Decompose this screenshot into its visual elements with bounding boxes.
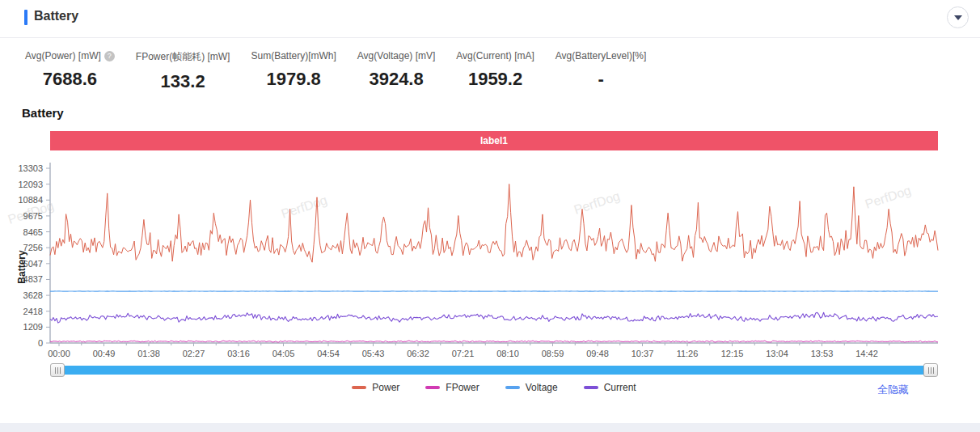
svg-text:8465: 8465 <box>23 227 43 237</box>
legend-item-power[interactable]: Power <box>352 382 399 393</box>
scrollbar-right-handle[interactable] <box>923 363 938 377</box>
svg-text:00:00: 00:00 <box>48 349 70 358</box>
stat-value: 3924.8 <box>357 69 436 90</box>
legend-label: Voltage <box>526 382 558 393</box>
svg-text:PerfDog: PerfDog <box>280 193 329 221</box>
fpower-legend-dash <box>425 386 440 389</box>
legend-label: Current <box>604 382 636 393</box>
panel-title: Battery <box>34 9 78 23</box>
line-chart[interactable]: PerfDogPerfDogPerfDogPerfDog133031209310… <box>0 158 980 360</box>
stats-row: Avg(Power) [mW] ? 7688.6 FPower(帧能耗) [mW… <box>0 38 980 92</box>
stat-label: Avg(Current) [mA] <box>456 50 534 61</box>
svg-text:05:43: 05:43 <box>362 349 385 358</box>
svg-text:13:04: 13:04 <box>766 349 788 358</box>
voltage-legend-dash <box>505 386 520 389</box>
legend-item-voltage[interactable]: Voltage <box>505 382 558 393</box>
chart-scrollbar[interactable] <box>0 363 980 378</box>
svg-text:13:53: 13:53 <box>811 349 834 358</box>
stat-avg-voltage: Avg(Voltage) [mV] 3924.8 <box>357 50 436 92</box>
svg-text:0: 0 <box>38 338 43 348</box>
legend-label: Power <box>372 382 399 393</box>
battery-panel: Battery Avg(Power) [mW] ? 7688.6 FPower(… <box>0 0 980 432</box>
chevron-down-icon <box>954 15 962 20</box>
stat-avg-power: Avg(Power) [mW] ? 7688.6 <box>25 50 115 92</box>
svg-text:10:37: 10:37 <box>632 349 654 358</box>
legend-row: Power FPower Voltage Current 全隐藏 <box>0 382 980 398</box>
svg-text:12:15: 12:15 <box>721 349 744 358</box>
stat-fpower: FPower(帧能耗) [mW] 133.2 <box>136 50 230 92</box>
svg-text:02:27: 02:27 <box>183 349 205 358</box>
stat-sum-battery: Sum(Battery)[mWh] 1979.8 <box>251 50 336 92</box>
svg-text:08:59: 08:59 <box>542 349 564 358</box>
chart-label-bar: label1 <box>50 131 938 150</box>
power-legend-dash <box>352 386 366 389</box>
svg-text:08:10: 08:10 <box>496 349 519 358</box>
svg-text:00:49: 00:49 <box>93 349 116 358</box>
svg-text:PerfDog: PerfDog <box>572 189 622 217</box>
svg-text:2418: 2418 <box>23 307 43 316</box>
svg-text:PerfDog: PerfDog <box>864 184 913 211</box>
stat-value: 1959.2 <box>456 69 534 90</box>
stat-value: - <box>555 69 647 90</box>
stat-avg-battery-level: Avg(BatteryLevel)[%] - <box>555 50 647 92</box>
svg-text:Battery: Battery <box>16 250 27 284</box>
chart-legend: Power FPower Voltage Current <box>50 382 938 393</box>
svg-text:11:26: 11:26 <box>677 349 699 358</box>
panel-header: Battery <box>0 0 980 38</box>
svg-text:13303: 13303 <box>18 163 43 173</box>
stat-value: 133.2 <box>136 71 230 92</box>
svg-text:07:21: 07:21 <box>452 349 475 358</box>
svg-text:10884: 10884 <box>18 195 43 205</box>
collapse-button[interactable] <box>947 6 969 28</box>
stat-label: Avg(Power) [mW] ? <box>25 50 115 61</box>
svg-text:1209: 1209 <box>23 322 43 332</box>
svg-text:06:32: 06:32 <box>407 349 429 358</box>
scrollbar-track[interactable] <box>50 366 938 375</box>
help-icon[interactable]: ? <box>104 51 115 61</box>
scrollbar-left-handle[interactable] <box>50 363 65 377</box>
svg-text:9675: 9675 <box>23 211 43 221</box>
svg-text:3628: 3628 <box>23 290 43 300</box>
stat-value: 7688.6 <box>25 69 115 90</box>
accent-bar <box>24 10 27 25</box>
stat-value: 1979.8 <box>251 69 336 90</box>
svg-text:14:42: 14:42 <box>855 349 878 358</box>
legend-label: FPower <box>446 382 479 393</box>
legend-item-current[interactable]: Current <box>584 382 636 393</box>
svg-text:03:16: 03:16 <box>227 349 250 358</box>
svg-text:01:38: 01:38 <box>137 349 160 358</box>
svg-text:04:54: 04:54 <box>317 349 340 358</box>
hide-all-link[interactable]: 全隐藏 <box>877 383 909 397</box>
legend-item-fpower[interactable]: FPower <box>425 382 479 393</box>
stat-label: Avg(Voltage) [mV] <box>357 50 436 61</box>
svg-text:04:05: 04:05 <box>272 349 295 358</box>
stat-label: FPower(帧能耗) [mW] <box>136 50 230 64</box>
page-background-strip <box>0 423 980 432</box>
section-title: Battery <box>22 106 64 120</box>
stat-label: Sum(Battery)[mWh] <box>251 50 336 61</box>
stat-label: Avg(BatteryLevel)[%] <box>555 50 647 61</box>
stat-avg-current: Avg(Current) [mA] 1959.2 <box>456 50 534 92</box>
svg-text:12093: 12093 <box>18 180 43 189</box>
stat-label-text: Avg(Power) [mW] <box>25 50 101 61</box>
current-legend-dash <box>584 386 598 389</box>
svg-text:09:48: 09:48 <box>586 349 609 358</box>
